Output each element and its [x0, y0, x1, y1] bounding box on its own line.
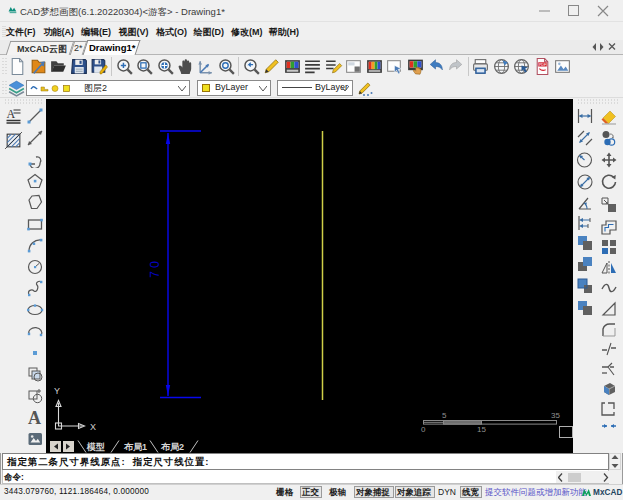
svg-text:70: 70 [148, 258, 162, 278]
svg-text:A: A [28, 408, 41, 426]
svg-text:PDF: PDF [538, 63, 546, 67]
svg-text:A: A [7, 107, 16, 121]
svg-text:35: 35 [551, 411, 560, 420]
svg-text:0: 0 [421, 425, 426, 434]
svg-text:5: 5 [442, 411, 447, 420]
svg-text:Y: Y [54, 386, 60, 396]
svg-text:15: 15 [477, 425, 486, 434]
svg-text:X: X [90, 422, 96, 432]
